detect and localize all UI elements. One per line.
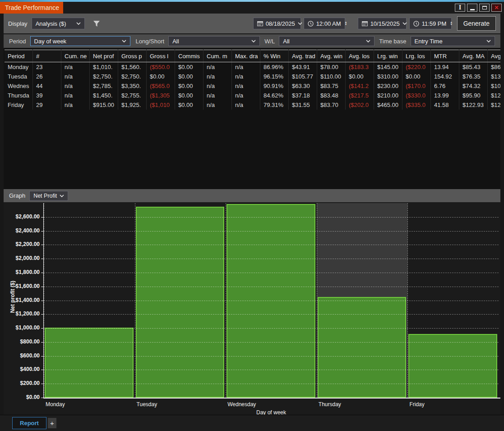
table-cell: $2,755.	[118, 91, 147, 100]
window-title: Trade Performance	[0, 2, 63, 14]
time-base-label: Time base	[379, 38, 406, 45]
time-base-dropdown-value: Entry Time	[415, 38, 443, 45]
table-cell: $100.91	[488, 81, 501, 91]
column-header-net-prof[interactable]: Net prof	[90, 50, 118, 62]
column-header-period[interactable]: Period	[5, 50, 33, 62]
column-header-avg-win[interactable]: Avg. win	[317, 50, 346, 62]
table-cell: $105.77	[289, 72, 317, 81]
column-header-cum-m[interactable]: Cum. m	[203, 50, 232, 62]
gridline	[44, 370, 499, 370]
table-cell: $31.55	[289, 100, 317, 110]
bar-monday[interactable]	[45, 328, 134, 398]
maximize-button[interactable]	[479, 4, 490, 12]
table-cell: $76.35	[459, 72, 488, 81]
bar-tuesday[interactable]	[136, 207, 225, 398]
table-row-friday[interactable]: Friday29n/a$915.00$1,925.($1,010$0.00n/a…	[5, 100, 500, 110]
column-header-lrg-win[interactable]: Lrg. win	[374, 50, 402, 62]
table-cell: n/a	[61, 91, 90, 100]
column-header-[interactable]: #	[33, 50, 61, 62]
y-tick-label: $400.00	[4, 366, 40, 372]
bar-friday[interactable]	[408, 334, 497, 398]
display-label: Display	[8, 20, 28, 27]
chevron-down-icon	[366, 40, 370, 42]
table-cell: ($183.3	[346, 62, 374, 72]
table-cell: $915.00	[90, 100, 118, 110]
display-dropdown[interactable]: Analysis ($)	[32, 18, 85, 29]
table-cell: ($220.0	[402, 62, 431, 72]
column-header-gross-l[interactable]: Gross l	[147, 50, 175, 62]
column-header-commis[interactable]: Commis	[175, 50, 203, 62]
table-cell: 79.31%	[260, 100, 289, 110]
table-cell: n/a	[203, 100, 232, 110]
end-time-picker[interactable]: 11:59 PM ▲▼	[409, 18, 452, 29]
chevron-down-icon	[486, 40, 491, 42]
close-button[interactable]: ✕	[491, 4, 502, 12]
close-icon: ✕	[494, 5, 499, 10]
table-cell: $74.32	[459, 81, 488, 91]
column-header-cum-ne[interactable]: Cum. ne	[61, 50, 90, 62]
calendar-icon	[362, 21, 368, 26]
x-axis-line	[43, 398, 500, 399]
column-header-gross-p[interactable]: Gross p	[118, 50, 147, 62]
time-spinner[interactable]: ▲▼	[345, 21, 347, 26]
table-cell: ($330.0	[402, 91, 431, 100]
start-date-value: 08/18/2025	[266, 20, 295, 27]
column-header-win[interactable]: % Win	[260, 50, 289, 62]
results-table: Period#Cum. neNet profGross pGross lComm…	[5, 50, 500, 110]
table-cell: n/a	[232, 81, 260, 91]
x-tick-label-thursday: Thursday	[319, 401, 341, 408]
bar-thursday[interactable]	[318, 297, 407, 398]
table-cell: 6.76	[431, 81, 459, 91]
table-cell: Monday	[5, 62, 33, 72]
table-row-monday[interactable]: Monday23n/a$1,010.$1,560.($550.0$0.00n/a…	[5, 62, 500, 72]
graph-metric-dropdown[interactable]: Net Profit	[29, 191, 68, 201]
table-cell: 29	[33, 100, 61, 110]
table-cell: $465.00	[374, 100, 402, 110]
gridline	[44, 245, 499, 245]
long-short-dropdown[interactable]: All	[168, 36, 260, 46]
table-cell: n/a	[232, 62, 260, 72]
chevron-down-icon	[122, 40, 126, 42]
tab-report[interactable]: Report	[12, 417, 46, 429]
column-header-avg-ma[interactable]: Avg. MA	[459, 50, 488, 62]
minimize-icon	[470, 9, 475, 10]
period-label: Period	[9, 38, 26, 45]
column-header-max-dra[interactable]: Max. dra	[232, 50, 260, 62]
table-row-wednes[interactable]: Wednes44n/a$2,785.$3,350.($565.0$0.00n/a…	[5, 81, 500, 91]
bar-wednesday[interactable]	[227, 204, 315, 398]
y-tick-label: $200.00	[4, 380, 40, 386]
start-date-picker[interactable]: 08/18/2025	[253, 18, 301, 29]
table-cell: $95.90	[459, 91, 488, 100]
period-dropdown[interactable]: Day of week	[30, 36, 130, 46]
time-base-dropdown[interactable]: Entry Time	[411, 36, 495, 46]
end-date-picker[interactable]: 10/15/2025	[358, 18, 407, 29]
wl-dropdown[interactable]: All	[279, 36, 375, 46]
column-header-avg-trad[interactable]: Avg. trad	[289, 50, 317, 62]
y-tick-label: $2,600.00	[4, 213, 40, 220]
column-header-lrg-los[interactable]: Lrg. los	[402, 50, 431, 62]
title-bar: Trade Performance I ✕	[0, 2, 504, 14]
x-axis-title: Day of week	[44, 409, 499, 415]
table-cell: $0.00	[175, 100, 203, 110]
column-header-mtr[interactable]: MTR	[431, 50, 459, 62]
table-cell: $230.00	[374, 81, 402, 91]
chart: Net profit ($) Day of week $0.00$200.00$…	[4, 202, 500, 415]
minimize-button[interactable]	[467, 4, 477, 12]
table-cell: 90.91%	[260, 81, 289, 91]
window-controls: I ✕	[455, 4, 502, 12]
pin-button[interactable]: I	[455, 4, 465, 12]
y-tick-label: $2,000.00	[4, 255, 40, 261]
maximize-icon	[482, 6, 487, 9]
table-row-thursda[interactable]: Thursda39n/a$1,450.$2,755.($1,305$0.00n/…	[5, 91, 500, 100]
table-cell: ($1,010	[147, 100, 175, 110]
start-time-picker[interactable]: 12:00 AM ▲▼	[304, 18, 345, 29]
filter-icon[interactable]	[93, 20, 100, 27]
table-cell: 13.94	[431, 62, 459, 72]
add-tab-button[interactable]: +	[48, 418, 56, 428]
column-header-avg-los[interactable]: Avg. los	[346, 50, 374, 62]
table-row-tuesda[interactable]: Tuesda26n/a$2,750.$2,750.$0.00$0.00n/an/…	[5, 72, 500, 81]
generate-button[interactable]: Generate	[457, 16, 496, 31]
column-header-avg-mf[interactable]: Avg. MF	[488, 50, 501, 62]
table-cell: Thursda	[5, 91, 33, 100]
time-spinner[interactable]: ▲▼	[450, 21, 453, 26]
